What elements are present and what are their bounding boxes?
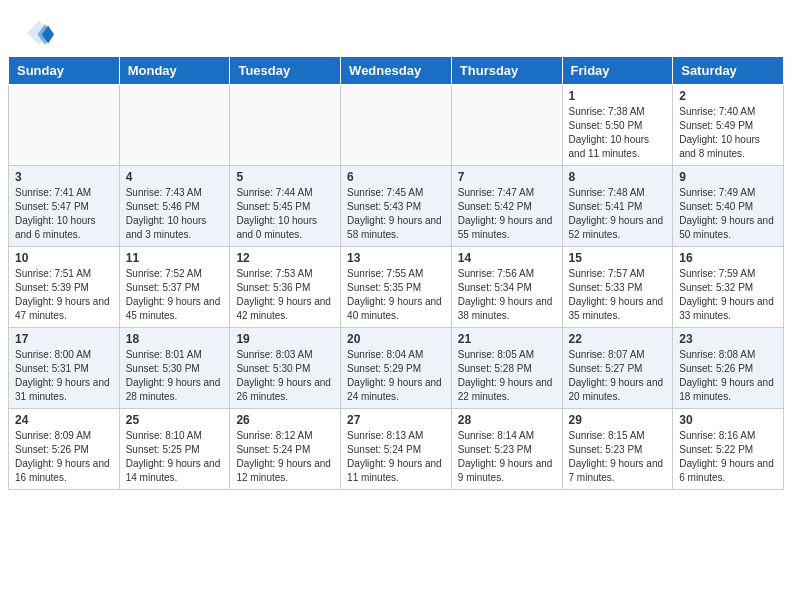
day-number: 14 [458,251,556,265]
calendar-cell [119,85,230,166]
calendar-cell: 5Sunrise: 7:44 AM Sunset: 5:45 PM Daylig… [230,166,341,247]
calendar-cell: 26Sunrise: 8:12 AM Sunset: 5:24 PM Dayli… [230,409,341,490]
calendar-cell [451,85,562,166]
day-number: 30 [679,413,777,427]
calendar-cell: 27Sunrise: 8:13 AM Sunset: 5:24 PM Dayli… [341,409,452,490]
calendar-cell: 7Sunrise: 7:47 AM Sunset: 5:42 PM Daylig… [451,166,562,247]
day-info: Sunrise: 7:53 AM Sunset: 5:36 PM Dayligh… [236,267,334,323]
logo-icon [24,18,54,48]
calendar-cell: 13Sunrise: 7:55 AM Sunset: 5:35 PM Dayli… [341,247,452,328]
calendar-cell [341,85,452,166]
day-info: Sunrise: 7:51 AM Sunset: 5:39 PM Dayligh… [15,267,113,323]
day-number: 25 [126,413,224,427]
calendar-table: SundayMondayTuesdayWednesdayThursdayFrid… [8,56,784,490]
calendar-cell: 22Sunrise: 8:07 AM Sunset: 5:27 PM Dayli… [562,328,673,409]
calendar-cell: 12Sunrise: 7:53 AM Sunset: 5:36 PM Dayli… [230,247,341,328]
calendar-cell: 17Sunrise: 8:00 AM Sunset: 5:31 PM Dayli… [9,328,120,409]
calendar-cell: 19Sunrise: 8:03 AM Sunset: 5:30 PM Dayli… [230,328,341,409]
calendar-cell: 18Sunrise: 8:01 AM Sunset: 5:30 PM Dayli… [119,328,230,409]
calendar-cell: 10Sunrise: 7:51 AM Sunset: 5:39 PM Dayli… [9,247,120,328]
day-number: 12 [236,251,334,265]
day-number: 23 [679,332,777,346]
calendar-cell: 30Sunrise: 8:16 AM Sunset: 5:22 PM Dayli… [673,409,784,490]
day-number: 22 [569,332,667,346]
calendar-cell: 3Sunrise: 7:41 AM Sunset: 5:47 PM Daylig… [9,166,120,247]
day-info: Sunrise: 7:43 AM Sunset: 5:46 PM Dayligh… [126,186,224,242]
day-number: 6 [347,170,445,184]
day-number: 20 [347,332,445,346]
day-header-tuesday: Tuesday [230,57,341,85]
day-info: Sunrise: 7:38 AM Sunset: 5:50 PM Dayligh… [569,105,667,161]
day-info: Sunrise: 7:59 AM Sunset: 5:32 PM Dayligh… [679,267,777,323]
calendar-cell [230,85,341,166]
day-info: Sunrise: 8:00 AM Sunset: 5:31 PM Dayligh… [15,348,113,404]
day-header-monday: Monday [119,57,230,85]
day-number: 3 [15,170,113,184]
calendar-cell [9,85,120,166]
page-header [0,0,792,56]
day-info: Sunrise: 8:04 AM Sunset: 5:29 PM Dayligh… [347,348,445,404]
calendar-week-row: 10Sunrise: 7:51 AM Sunset: 5:39 PM Dayli… [9,247,784,328]
day-header-friday: Friday [562,57,673,85]
day-info: Sunrise: 7:40 AM Sunset: 5:49 PM Dayligh… [679,105,777,161]
day-info: Sunrise: 8:14 AM Sunset: 5:23 PM Dayligh… [458,429,556,485]
day-info: Sunrise: 7:44 AM Sunset: 5:45 PM Dayligh… [236,186,334,242]
calendar-cell: 21Sunrise: 8:05 AM Sunset: 5:28 PM Dayli… [451,328,562,409]
calendar-cell: 9Sunrise: 7:49 AM Sunset: 5:40 PM Daylig… [673,166,784,247]
calendar-week-row: 3Sunrise: 7:41 AM Sunset: 5:47 PM Daylig… [9,166,784,247]
day-info: Sunrise: 8:13 AM Sunset: 5:24 PM Dayligh… [347,429,445,485]
day-number: 10 [15,251,113,265]
day-info: Sunrise: 8:09 AM Sunset: 5:26 PM Dayligh… [15,429,113,485]
day-info: Sunrise: 8:07 AM Sunset: 5:27 PM Dayligh… [569,348,667,404]
calendar-cell: 29Sunrise: 8:15 AM Sunset: 5:23 PM Dayli… [562,409,673,490]
day-number: 15 [569,251,667,265]
calendar-cell: 11Sunrise: 7:52 AM Sunset: 5:37 PM Dayli… [119,247,230,328]
calendar-week-row: 24Sunrise: 8:09 AM Sunset: 5:26 PM Dayli… [9,409,784,490]
day-info: Sunrise: 7:47 AM Sunset: 5:42 PM Dayligh… [458,186,556,242]
calendar-cell: 8Sunrise: 7:48 AM Sunset: 5:41 PM Daylig… [562,166,673,247]
calendar-week-row: 17Sunrise: 8:00 AM Sunset: 5:31 PM Dayli… [9,328,784,409]
day-info: Sunrise: 8:16 AM Sunset: 5:22 PM Dayligh… [679,429,777,485]
day-number: 17 [15,332,113,346]
calendar-cell: 16Sunrise: 7:59 AM Sunset: 5:32 PM Dayli… [673,247,784,328]
day-number: 1 [569,89,667,103]
day-info: Sunrise: 7:52 AM Sunset: 5:37 PM Dayligh… [126,267,224,323]
calendar-cell: 24Sunrise: 8:09 AM Sunset: 5:26 PM Dayli… [9,409,120,490]
calendar-cell: 20Sunrise: 8:04 AM Sunset: 5:29 PM Dayli… [341,328,452,409]
day-info: Sunrise: 8:12 AM Sunset: 5:24 PM Dayligh… [236,429,334,485]
day-number: 21 [458,332,556,346]
day-info: Sunrise: 8:01 AM Sunset: 5:30 PM Dayligh… [126,348,224,404]
day-number: 19 [236,332,334,346]
calendar-header-row: SundayMondayTuesdayWednesdayThursdayFrid… [9,57,784,85]
day-number: 16 [679,251,777,265]
calendar-cell: 6Sunrise: 7:45 AM Sunset: 5:43 PM Daylig… [341,166,452,247]
day-info: Sunrise: 8:08 AM Sunset: 5:26 PM Dayligh… [679,348,777,404]
day-number: 5 [236,170,334,184]
day-info: Sunrise: 8:03 AM Sunset: 5:30 PM Dayligh… [236,348,334,404]
calendar-cell: 28Sunrise: 8:14 AM Sunset: 5:23 PM Dayli… [451,409,562,490]
day-info: Sunrise: 7:56 AM Sunset: 5:34 PM Dayligh… [458,267,556,323]
calendar-cell: 1Sunrise: 7:38 AM Sunset: 5:50 PM Daylig… [562,85,673,166]
day-info: Sunrise: 8:10 AM Sunset: 5:25 PM Dayligh… [126,429,224,485]
day-number: 28 [458,413,556,427]
day-info: Sunrise: 7:45 AM Sunset: 5:43 PM Dayligh… [347,186,445,242]
day-number: 7 [458,170,556,184]
calendar-cell: 14Sunrise: 7:56 AM Sunset: 5:34 PM Dayli… [451,247,562,328]
day-number: 26 [236,413,334,427]
day-number: 8 [569,170,667,184]
calendar-week-row: 1Sunrise: 7:38 AM Sunset: 5:50 PM Daylig… [9,85,784,166]
day-number: 9 [679,170,777,184]
calendar-cell: 23Sunrise: 8:08 AM Sunset: 5:26 PM Dayli… [673,328,784,409]
day-number: 27 [347,413,445,427]
day-header-saturday: Saturday [673,57,784,85]
day-header-wednesday: Wednesday [341,57,452,85]
logo [24,18,58,48]
day-number: 24 [15,413,113,427]
calendar-cell: 25Sunrise: 8:10 AM Sunset: 5:25 PM Dayli… [119,409,230,490]
day-number: 11 [126,251,224,265]
day-number: 29 [569,413,667,427]
calendar-cell: 2Sunrise: 7:40 AM Sunset: 5:49 PM Daylig… [673,85,784,166]
day-info: Sunrise: 7:57 AM Sunset: 5:33 PM Dayligh… [569,267,667,323]
day-header-sunday: Sunday [9,57,120,85]
day-info: Sunrise: 8:15 AM Sunset: 5:23 PM Dayligh… [569,429,667,485]
